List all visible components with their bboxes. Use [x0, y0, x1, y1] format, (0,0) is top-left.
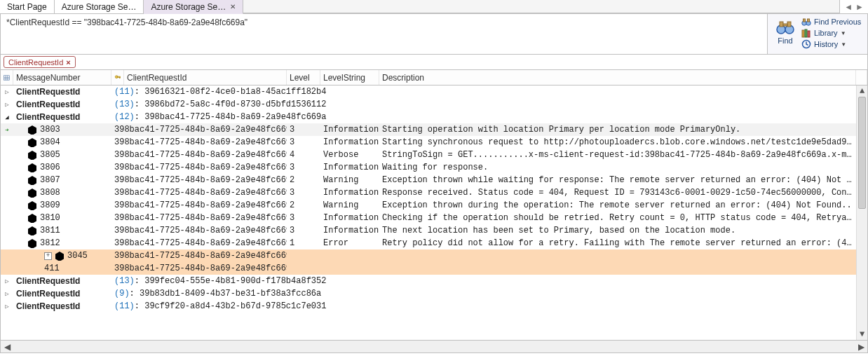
table-row[interactable]: +3045398bac41-7725-484b-8a69-2a9e48fc669…: [1, 249, 867, 262]
level-string: Information: [320, 188, 379, 198]
collapse-icon[interactable]: ◢: [1, 114, 13, 121]
client-request-id: 398bac41-7725-484b-8a69-2a9e48fc669a: [111, 188, 287, 198]
books-icon: [801, 28, 811, 38]
table-row[interactable]: 3805398bac41-7725-484b-8a69-2a9e48fc669a…: [1, 149, 867, 161]
library-dropdown[interactable]: Library ▼: [801, 28, 861, 38]
group-label: ClientRequestId: [16, 87, 80, 97]
level-string: Information: [320, 137, 379, 147]
table-row[interactable]: 3806398bac41-7725-484b-8a69-2a9e48fc669a…: [1, 161, 867, 174]
history-dropdown[interactable]: History ▼: [801, 39, 861, 49]
scroll-track[interactable]: [857, 97, 867, 329]
description: The next location has been set to Primar…: [379, 226, 856, 235]
tab-next-icon[interactable]: ►: [855, 2, 864, 12]
expand-icon[interactable]: ▷: [1, 278, 13, 285]
level: 3: [287, 226, 320, 235]
grid-header: MessageNumber ClientRequestId Level Leve…: [0, 70, 868, 85]
scroll-track[interactable]: [13, 341, 855, 352]
row-tree: 3805: [13, 150, 111, 160]
tab-start-page[interactable]: Start Page: [0, 0, 55, 13]
expand-icon[interactable]: ▷: [1, 88, 13, 96]
scroll-up-icon[interactable]: ▲: [857, 85, 867, 97]
description: Exception thrown while waiting for respo…: [379, 175, 856, 185]
level: 3: [287, 125, 320, 135]
tab-label: Start Page: [7, 2, 47, 12]
group-row[interactable]: ▷ ClientRequestId (9): 39b83db1-8409-4b3…: [1, 287, 867, 300]
description: Retry policy did not allow for a retry. …: [379, 238, 856, 248]
tab-azure-storage-2[interactable]: Azure Storage Se… ✕: [144, 0, 243, 14]
expand-icon[interactable]: ▷: [1, 303, 13, 310]
column-label: ClientRequestId: [127, 73, 187, 83]
table-row[interactable]: 3809398bac41-7725-484b-8a69-2a9e48fc669a…: [1, 199, 867, 212]
client-request-id: 398bac41-7725-484b-8a69-2a9e48fc669a: [111, 150, 287, 160]
history-icon: [801, 39, 811, 49]
row-tree: 3808: [13, 188, 111, 198]
row-tree: 3809: [13, 200, 111, 210]
message-number: 3807: [40, 175, 60, 185]
level: 4: [287, 150, 320, 160]
table-row[interactable]: 3812398bac41-7725-484b-8a69-2a9e48fc669a…: [1, 237, 867, 249]
table-row[interactable]: 3811398bac41-7725-484b-8a69-2a9e48fc669a…: [1, 224, 867, 237]
hexagon-green-icon: [27, 150, 37, 160]
scroll-down-icon[interactable]: ▼: [857, 329, 867, 340]
table-row[interactable]: 3808398bac41-7725-484b-8a69-2a9e48fc669a…: [1, 186, 867, 199]
row-tree: 411: [13, 263, 111, 273]
group-row[interactable]: ▷ ClientRequestId (11): 39616321-08f2-4c…: [1, 85, 867, 98]
group-request-id: 3986bd72-5a8c-4f0d-8730-d5bfd1536112: [144, 100, 326, 109]
header-key-icon[interactable]: [111, 70, 124, 85]
message-number: 3809: [40, 200, 60, 210]
grid-icon: [4, 73, 10, 83]
group-request-id: 398bac41-7725-484b-8a69-2a9e48fc669a: [144, 112, 326, 122]
close-icon[interactable]: ✕: [230, 3, 236, 11]
row-tree: 3810: [13, 213, 111, 223]
table-row[interactable]: 411398bac41-7725-484b-8a69-2a9e48fc669a: [1, 262, 867, 275]
hexagon-green-icon: [27, 226, 37, 235]
row-tree: 3811: [13, 226, 111, 235]
group-row[interactable]: ▷ ClientRequestId (13): 3986bd72-5a8c-4f…: [1, 98, 867, 111]
close-icon[interactable]: ×: [66, 58, 70, 67]
tab-strip: Start Page Azure Storage Se… Azure Stora…: [0, 0, 868, 14]
scroll-left-icon[interactable]: ◀: [1, 342, 13, 352]
expand-icon[interactable]: ▷: [1, 290, 13, 298]
table-row[interactable]: 3810398bac41-7725-484b-8a69-2a9e48fc669a…: [1, 212, 867, 224]
group-count: (13): [114, 100, 135, 109]
group-row[interactable]: ◢ ClientRequestId (12): 398bac41-7725-48…: [1, 111, 867, 123]
vertical-scrollbar[interactable]: ▲ ▼: [856, 85, 867, 340]
level-string: Information: [320, 213, 379, 223]
row-tree: +3045: [13, 251, 111, 261]
column-message-number[interactable]: MessageNumber: [13, 70, 111, 85]
tab-azure-storage-1[interactable]: Azure Storage Se…: [55, 0, 144, 13]
find-button[interactable]: Find: [772, 17, 799, 45]
column-level[interactable]: Level: [287, 70, 320, 85]
row-tree: 3812: [13, 238, 111, 248]
description: Exception thrown during the operation: T…: [379, 200, 856, 210]
column-level-string[interactable]: LevelString: [320, 70, 379, 85]
message-number: 411: [44, 263, 60, 273]
tab-prev-icon[interactable]: ◄: [844, 2, 853, 12]
find-previous-button[interactable]: Find Previous: [801, 17, 861, 27]
filter-row: ClientRequestId ×: [0, 55, 868, 70]
column-client-request-id[interactable]: ClientRequestId: [124, 70, 287, 85]
column-description[interactable]: Description: [379, 70, 856, 85]
filter-chip-clientrequestid[interactable]: ClientRequestId ×: [4, 56, 76, 68]
expand-plus-icon[interactable]: +: [44, 252, 52, 260]
scroll-thumb[interactable]: [858, 97, 866, 209]
table-row[interactable]: 3804398bac41-7725-484b-8a69-2a9e48fc669a…: [1, 136, 867, 149]
binoculars-small-icon: [801, 17, 811, 27]
table-row[interactable]: ➔3803398bac41-7725-484b-8a69-2a9e48fc669…: [1, 123, 867, 136]
level-string: Information: [320, 125, 379, 135]
horizontal-scrollbar[interactable]: ◀ ▶: [0, 341, 868, 353]
group-label: ClientRequestId: [16, 276, 80, 286]
group-request-id: 39b83db1-8409-4b37-be31-bf38a3fcc86a: [140, 289, 321, 299]
scroll-right-icon[interactable]: ▶: [855, 342, 867, 352]
level-string: Warning: [320, 200, 379, 210]
client-request-id: 398bac41-7725-484b-8a69-2a9e48fc669a: [111, 125, 287, 135]
hexagon-green-icon: [27, 188, 37, 198]
tab-label: Azure Storage Se…: [151, 2, 226, 12]
expand-icon[interactable]: ▷: [1, 101, 13, 109]
group-row[interactable]: ▷ ClientRequestId (11): 39cf9f20-a8d4-43…: [1, 300, 867, 313]
table-row[interactable]: 3807398bac41-7725-484b-8a69-2a9e48fc669a…: [1, 174, 867, 186]
header-grid-icon[interactable]: [1, 70, 13, 85]
tab-nav: ◄ ►: [839, 0, 868, 13]
query-input[interactable]: [5, 16, 763, 52]
group-row[interactable]: ▷ ClientRequestId (13): 399fec04-555e-4b…: [1, 275, 867, 287]
